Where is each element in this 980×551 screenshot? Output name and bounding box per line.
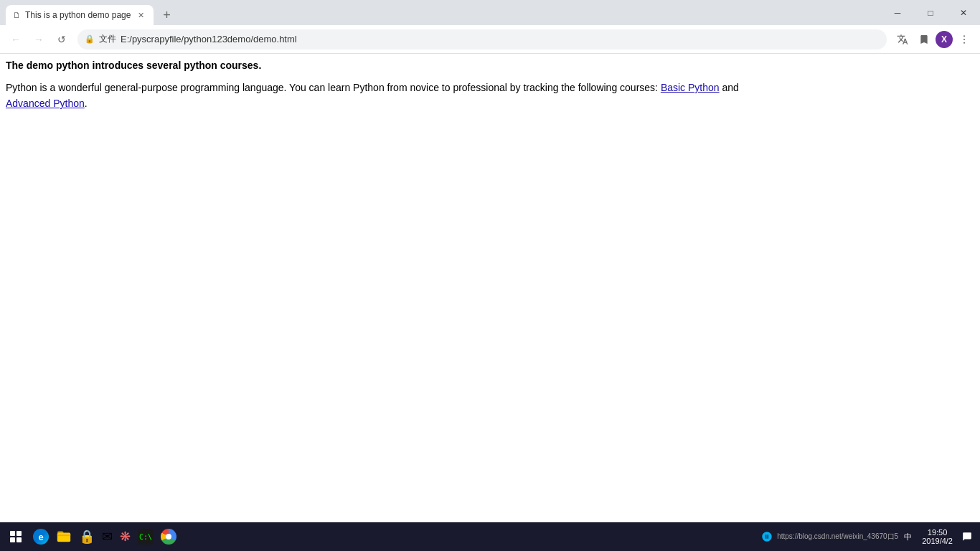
clock-time: 19:50 bbox=[928, 528, 948, 537]
url-text: E:/pyscrapyfile/python123demo/demo.html bbox=[121, 34, 297, 44]
taskbar-chrome-item[interactable] bbox=[158, 524, 179, 550]
mail-icon: ✉ bbox=[102, 529, 113, 545]
taskbar-store-item[interactable]: 🔒 bbox=[76, 524, 98, 550]
menu-button[interactable] bbox=[954, 29, 974, 50]
tab-title: This is a python demo page bbox=[25, 10, 131, 20]
window-controls: ─ □ ✕ bbox=[881, 0, 980, 25]
chrome-window: 🗋 This is a python demo page ✕ + ─ □ ✕ ←… bbox=[0, 0, 980, 551]
and-text: and bbox=[722, 82, 738, 93]
explorer-icon bbox=[56, 529, 72, 545]
page-heading: The demo python introduces several pytho… bbox=[6, 60, 974, 71]
profile-avatar[interactable]: X bbox=[936, 31, 953, 48]
file-label: 文件 bbox=[99, 33, 116, 45]
back-button[interactable]: ← bbox=[6, 29, 26, 50]
store-icon: 🔒 bbox=[79, 529, 95, 545]
active-tab[interactable]: 🗋 This is a python demo page ✕ bbox=[6, 5, 154, 25]
taskbar-right: https://blog.csdn.net/weixin_43670口5 中 1… bbox=[760, 524, 977, 550]
minimize-button[interactable]: ─ bbox=[881, 0, 914, 25]
translate-button[interactable] bbox=[892, 29, 913, 50]
taskbar: e 🔒 ✉ ❋ C:\ bbox=[0, 522, 980, 551]
maximize-button[interactable]: □ bbox=[914, 0, 947, 25]
bookmark-button[interactable] bbox=[914, 29, 934, 50]
forward-button[interactable]: → bbox=[29, 29, 49, 50]
taskbar-explorer-item[interactable] bbox=[53, 524, 75, 550]
taskbar-clock[interactable]: 19:50 2019/4/2 bbox=[918, 524, 957, 550]
taskbar-edge-item[interactable]: e bbox=[30, 524, 52, 550]
chrome-icon bbox=[161, 529, 176, 545]
refresh-button[interactable]: ↺ bbox=[52, 29, 72, 50]
clock-date: 2019/4/2 bbox=[922, 537, 953, 545]
taskbar-mail-item[interactable]: ✉ bbox=[99, 524, 116, 550]
notification-text: https://blog.csdn.net/weixin_43670口5 bbox=[777, 532, 898, 542]
svg-rect-3 bbox=[57, 533, 70, 542]
toolbar: ← → ↺ 🔒 文件 E:/pyscrapyfile/python123demo… bbox=[0, 25, 980, 54]
windows-logo-icon bbox=[10, 531, 22, 542]
tab-close-button[interactable]: ✕ bbox=[135, 9, 146, 21]
action-center-button[interactable] bbox=[960, 524, 974, 550]
skype-tray-icon[interactable] bbox=[760, 524, 774, 550]
advanced-python-link[interactable]: Advanced Python bbox=[6, 98, 85, 109]
page-paragraph: Python is a wonderful general-purpose pr… bbox=[6, 80, 974, 112]
page-content: The demo python introduces several pytho… bbox=[0, 54, 980, 522]
terminal-icon: C:\ bbox=[138, 529, 154, 545]
title-bar: 🗋 This is a python demo page ✕ + ─ □ ✕ bbox=[0, 0, 980, 25]
lock-icon: 🔒 bbox=[85, 34, 95, 44]
app5-icon: ❋ bbox=[120, 529, 131, 545]
period: . bbox=[85, 98, 88, 109]
close-button[interactable]: ✕ bbox=[947, 0, 980, 25]
svg-point-1 bbox=[963, 39, 965, 40]
new-tab-button[interactable]: + bbox=[156, 5, 176, 25]
address-bar[interactable]: 🔒 文件 E:/pyscrapyfile/python123demo/demo.… bbox=[77, 29, 887, 50]
svg-point-2 bbox=[963, 42, 965, 43]
taskbar-terminal-item[interactable]: C:\ bbox=[135, 524, 156, 550]
basic-python-link[interactable]: Basic Python bbox=[661, 82, 720, 93]
tab-strip: 🗋 This is a python demo page ✕ + bbox=[0, 0, 881, 25]
tab-favicon-icon: 🗋 bbox=[13, 11, 21, 19]
start-button[interactable] bbox=[3, 524, 29, 550]
svg-point-0 bbox=[963, 35, 965, 37]
taskbar-app5-item[interactable]: ❋ bbox=[117, 524, 133, 550]
edge-icon: e bbox=[33, 529, 49, 545]
toolbar-actions: X bbox=[892, 29, 974, 50]
language-indicator[interactable]: 中 bbox=[901, 532, 915, 542]
paragraph-before: Python is a wonderful general-purpose pr… bbox=[6, 82, 658, 93]
